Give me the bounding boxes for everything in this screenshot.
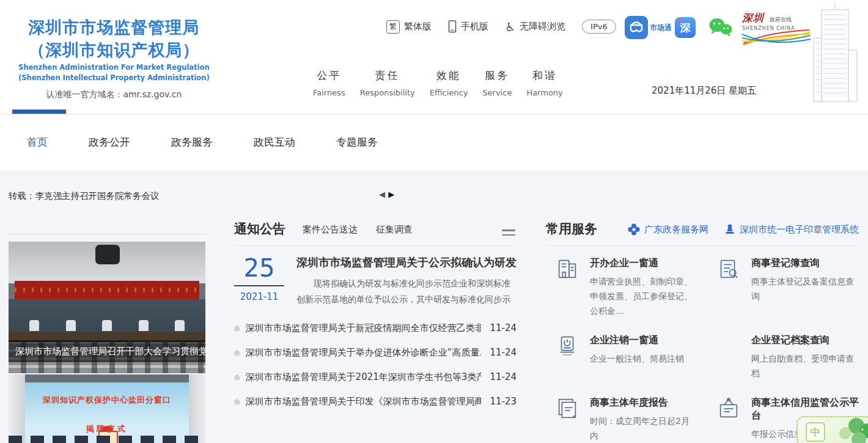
news-ticker[interactable]: 转载：李克强主持召开国务院常务会议 [9,190,160,202]
slogan-en: Responsibility [360,88,415,97]
nav-item-gov-services[interactable]: 政务服务 [171,135,213,149]
mobile-version-link[interactable]: 手机版 [448,20,488,33]
logo-en-line2: (Shenzhen Intellectual Property Administ… [18,73,210,82]
service-registry-search[interactable]: 商事登记簿查询 商事主体登记及备案信息查询 [707,256,859,318]
service-annual-report[interactable]: 商事主体年度报告 时间：成立周年之日起2月内 [546,395,697,443]
nav-item-special-services[interactable]: 专题服务 [336,135,378,149]
photo-officials [29,320,185,332]
logo-en-line1: Shenzhen Administration For Market Regul… [18,63,210,72]
tab-case-announcements[interactable]: 案件公告送达 [303,224,358,236]
ipv6-badge[interactable]: IPv6 [582,20,616,34]
ishenzhen-app-icon[interactable]: 深 [675,17,696,38]
slogan-efficiency: 效能 Efficiency [430,69,468,97]
service-desc: 企业一般注销、简易注销 [590,351,684,366]
featured-day: 25 [234,255,284,281]
carousel-slide-ceremony[interactable]: 深圳知识产权保护中心盐田分窗口 揭牌仪式 [9,374,205,443]
slogan-en: Fairness [313,88,345,97]
service-text: 商事登记簿查询 商事主体登记及备案信息查询 [751,256,859,318]
slogan-zh: 效能 [430,69,468,83]
featured-month: 2021-11 [234,291,284,302]
traditional-chinese-icon: 繁 [386,20,400,34]
nav-item-gov-disclosure[interactable]: 政务公开 [89,135,130,149]
slogan-zh: 责任 [360,69,415,83]
featured-title[interactable]: 深圳市市场监督管理局关于公示拟确认为研发与标... [296,255,517,270]
ticker-arrows: ◀ ▶ [379,190,394,199]
photo-red-banner [15,281,199,299]
service-deregistration[interactable]: 企业注销一窗通 企业一般注销、简易注销 [546,333,697,381]
ticker-prev-icon[interactable]: ◀ [379,190,385,199]
green-floating-widget[interactable]: 中 [796,416,868,443]
business-open-icon [554,256,580,283]
accessibility-icon: ♿ [505,21,515,33]
service-title: 商事主体年度报告 [590,396,697,409]
nav-item-interaction[interactable]: 政民互动 [254,135,295,149]
slogan-zh: 服务 [482,69,512,83]
accessibility-label: 无障碍浏览 [520,21,565,32]
notice-row[interactable]: ◎ 深圳市市场监督管理局关于举办促进体外诊断企业“高质量... 11-24 [234,340,517,365]
ceremony-people [9,436,205,443]
nav-item-home[interactable]: 首页 [27,135,48,149]
slogan-service: 服务 Service [482,69,512,97]
slogan-responsibility: 责任 Responsibility [360,69,415,97]
bullet-icon: ◎ [234,324,240,332]
wechat-icon[interactable] [708,17,734,42]
service-title: 商事登记簿查询 [751,257,859,270]
notice-title[interactable]: 深圳市市场监督管理局关于新冠疫情期间全市仅经营乙类非... [246,322,482,334]
more-icon[interactable] [502,229,515,236]
shenzhen-china-logo-sub: 政府在线 [770,17,792,23]
featured-notice[interactable]: 25 2021-11 深圳市市场监督管理局关于公示拟确认为研发与标... 现将拟… [234,255,517,307]
service-desc: 网上自助查档、受理申请查档 [751,351,859,381]
site-logo[interactable]: 深圳市市场监督管理局 （深圳市知识产权局） Shenzhen Administr… [18,16,210,100]
ceremony-banner-line2: 揭牌仪式 [9,423,205,434]
shichangtong-app-label: 市场通 [650,23,672,33]
services-links: 广东政务服务网 深圳市统一电子印章管理系统 [628,223,859,237]
traditional-chinese-label: 繁体版 [404,21,432,32]
slogan-en: Service [482,88,512,97]
service-text: 商事主体年度报告 时间：成立周年之日起2月内 [590,395,697,443]
slogan-en: Harmony [526,88,562,97]
eseal-system-link[interactable]: 深圳市统一电子印章管理系统 [724,224,859,236]
photo-projector [95,245,120,264]
notice-row[interactable]: ◎ 深圳市市场监督管理局关于新冠疫情期间全市仅经营乙类非... 11-24 [234,316,517,340]
service-text: 企业登记档案查询 网上自助查档、受理申请查档 [751,333,859,381]
official-domain-note: 认准唯一官方域名：amr.sz.gov.cn [18,89,210,100]
shichangtong-app-icon [625,16,648,39]
service-title: 企业登记档案查询 [751,334,859,347]
carousel-slide-meeting[interactable]: 深圳市市场监督管理局召开干部大会学习贯彻党的十... [9,242,205,373]
slogan-zh: 和谐 [526,69,562,83]
notice-row[interactable]: ◎ 深圳市市场监督管理局关于印发《深圳市市场监督管理局商... 11-23 [234,389,517,414]
service-desc: 时间：成立周年之日起2月内 [590,414,697,443]
services-grid: 开办企业一窗通 申请营业执照、刻制印章、申领发票、员工参保登记、公积金... 商… [546,256,859,443]
notice-title[interactable]: 深圳市市场监督管理局关于2021年深圳市学生书包等3类产... [246,371,482,383]
slogan-harmony: 和谐 Harmony [526,69,562,97]
notice-title[interactable]: 深圳市市场监督管理局关于印发《深圳市市场监督管理局商... [246,396,482,408]
bullet-icon: ◎ [234,398,240,406]
ceremony-banner-line1: 深圳知识产权保护中心盐田分窗口 [9,395,205,406]
hanging-board-icon [716,395,741,422]
service-text: 开办企业一窗通 申请营业执照、刻制印章、申领发票、员工参保登记、公积金... [590,256,697,318]
service-text: 企业注销一窗通 企业一般注销、简易注销 [590,333,684,381]
notice-date: 11-23 [490,396,517,407]
ticker-next-icon[interactable]: ▶ [388,190,394,199]
carousel-caption[interactable]: 深圳市市场监督管理局召开干部大会学习贯彻党的十... [9,340,205,362]
slogan-zh: 公平 [313,69,345,83]
site-header: 深圳市市场监督管理局 （深圳市知识产权局） Shenzhen Administr… [0,0,868,114]
service-open-business[interactable]: 开办企业一窗通 申请营业执照、刻制印章、申领发票、员工参保登记、公积金... [546,256,697,318]
slogan-fairness: 公平 Fairness [313,69,345,97]
gd-gov-service-link[interactable]: 广东政务服务网 [628,223,708,236]
annual-report-icon [554,395,580,422]
traditional-chinese-link[interactable]: 繁 繁体版 [386,20,432,34]
featured-date-block: 25 2021-11 [234,255,284,307]
tab-surveys[interactable]: 征集调查 [376,224,413,236]
eseal-system-label: 深圳市统一电子印章管理系统 [740,224,859,236]
shichangtong-app-link[interactable]: 市场通 [625,16,672,39]
accessibility-link[interactable]: ♿ 无障碍浏览 [505,21,565,33]
notice-date: 11-24 [490,347,517,358]
featured-body: 深圳市市场监督管理局关于公示拟确认为研发与标... 现将拟确认为研发与标准化同步… [296,255,517,307]
featured-date-divider [234,285,284,286]
notice-row[interactable]: ◎ 深圳市市场监督管理局关于2021年深圳市学生书包等3类产... 11-24 [234,365,517,389]
header-quick-links: 繁 繁体版 手机版 ♿ 无障碍浏览 IPv6 [386,20,616,34]
service-archive-search[interactable]: 企业登记档案查询 网上自助查档、受理申请查档 [707,333,859,381]
building-sketch-image [803,2,867,105]
notice-title[interactable]: 深圳市市场监督管理局关于举办促进体外诊断企业“高质量... [246,347,482,359]
